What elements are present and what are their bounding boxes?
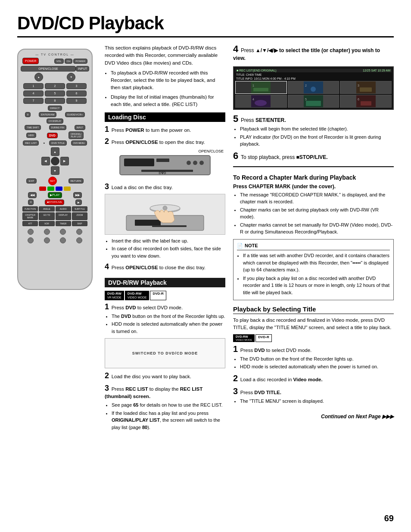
step-text-1: Press POWER to turn the power on. [112, 128, 191, 133]
svg-point-20 [311, 87, 316, 92]
yellow-btn[interactable] [64, 187, 71, 191]
exit-btn[interactable]: EXIT [26, 178, 36, 184]
power-tv-button[interactable]: POWER [73, 59, 87, 64]
red-btn[interactable] [39, 187, 46, 191]
num6[interactable]: 6 [66, 90, 87, 96]
ch-button[interactable]: CH [65, 59, 73, 64]
stillframe-btn[interactable]: II [28, 199, 34, 205]
vor-btn[interactable]: VOR [39, 221, 54, 226]
blue-btn[interactable] [56, 187, 62, 191]
dpad-left[interactable]: ◀ [41, 157, 50, 165]
circle5 [28, 237, 34, 243]
chapter-mark-btn[interactable]: CHAPTER MARK [22, 212, 38, 220]
dvdrw-bullet-2: HDD mode is selected automatically when … [112, 320, 225, 335]
svg-rect-10 [135, 220, 161, 226]
ch-dn-button[interactable]: ▼ [67, 73, 75, 81]
ch-up-button[interactable]: ▲ [34, 73, 43, 81]
mode-badges: DVD-RWVR MODE DVD-RWVIDEO MODE DVD-R [105, 291, 225, 300]
input-button[interactable]: INPUT [76, 66, 89, 72]
green-btn[interactable] [47, 187, 54, 191]
direct-button[interactable]: DIRECT [48, 106, 62, 111]
audio-btn[interactable]: AUDIO [56, 206, 71, 212]
num7[interactable]: 7 [23, 98, 44, 104]
chapter-bullet-3: Chapter marks cannot be set manually for… [240, 221, 394, 236]
right-step-text-6: To stop playback, press ■STOP/LIVE. [241, 154, 328, 160]
step5-bullet-2: PLAY indicator (for DVD) on the front of… [240, 134, 394, 148]
stop-live-btn[interactable]: ■STOP/LIVE [45, 199, 64, 205]
circle7 [60, 237, 66, 243]
dpad-up[interactable]: ▲ [51, 147, 59, 156]
guide-button[interactable]: GUIDE/VCR+ [65, 112, 85, 117]
num9[interactable]: 9 [66, 98, 87, 104]
rec-list-btn[interactable]: REC LIST [23, 140, 39, 146]
svg-text:3: 3 [358, 84, 359, 87]
slow-btn[interactable]: ▶ [75, 199, 82, 205]
right-step-text-5: Press SET/ENTER. [241, 117, 286, 123]
open-close-button[interactable]: OPEN/CLOSE [21, 66, 76, 72]
num-row2: 0 ENTER/AM GUIDE/VCR+ [21, 112, 89, 117]
function-btn[interactable]: FUNCTION [22, 206, 38, 212]
pb-step-text-1: Press DVD to select DVD mode. [240, 348, 312, 353]
svg-text:1: 1 [252, 84, 254, 87]
right-column: 4 Press ▲/▼/◀/▶ to select the title (or … [233, 44, 394, 434]
fwd-btn[interactable]: ▶▶ [73, 192, 82, 198]
dpad-enter[interactable] [51, 157, 59, 165]
go-to-btn[interactable]: GO TO [39, 212, 54, 220]
time-shift[interactable]: TIME SHIFT [25, 125, 41, 130]
num0[interactable]: 0 [25, 112, 31, 117]
rev-btn[interactable]: ◀◀ [28, 192, 37, 198]
zoom-btn[interactable]: ZOOM [72, 212, 87, 220]
right-step-6: 6 To stop playback, press ■STOP/LIVE. [233, 151, 394, 161]
input-func[interactable]: INPUT [75, 125, 85, 130]
right-step-4: 4 Press ▲/▼/◀/▶ to select the title (or … [233, 44, 394, 62]
dpad-down[interactable]: ▼ [51, 166, 59, 175]
enter-button[interactable]: ENTER/AM [39, 112, 56, 117]
return-btn[interactable]: RETURN [68, 178, 84, 184]
pb-step-text-3: Press DVD TITLE. [240, 390, 281, 395]
num3[interactable]: 3 [66, 83, 87, 89]
set-enter-btn[interactable]: SET [48, 177, 57, 185]
badge-video: DVD-RWVIDEO MODE [125, 291, 149, 300]
dvdrw-step-num-2: 2 [105, 372, 109, 380]
ch-display-btn[interactable]: CH DISPLAY [47, 118, 63, 124]
svg-point-26 [255, 100, 267, 106]
right-step-5: 5 Press SET/ENTER. Playback will begin f… [233, 114, 394, 148]
dvd-title-btn[interactable]: DVD TITLE [49, 140, 67, 146]
att-btn[interactable]: ATT [22, 221, 38, 226]
num5[interactable]: 5 [45, 90, 65, 96]
during-play[interactable]: DURING P.IN [49, 125, 66, 130]
num8[interactable]: 8 [45, 98, 65, 104]
num2[interactable]: 2 [45, 83, 65, 89]
step-text-3: Load a disc on the disc tray. [112, 185, 173, 190]
vol-button[interactable]: VOL [54, 59, 64, 64]
circle4 [76, 229, 82, 235]
svg-text:4: 4 [252, 98, 254, 101]
play-btn[interactable]: ▶PLAY [48, 192, 62, 198]
dvd-menu-btn[interactable]: DVD MENU [71, 140, 87, 146]
skip-btn[interactable]: SKIP [72, 221, 87, 226]
dvd-btn[interactable]: DVD [47, 133, 58, 138]
svg-rect-1 [124, 159, 154, 166]
dvdrw-step-text-1: Press DVD to select DVD mode. [112, 305, 183, 310]
color-buttons-row [21, 187, 89, 191]
hand-disc-svg [122, 196, 208, 233]
num1[interactable]: 1 [23, 83, 44, 89]
num4[interactable]: 4 [23, 90, 44, 96]
dpad-right[interactable]: ▶ [60, 157, 69, 165]
bullet-both-sides: In case of disc recorded on both sides, … [112, 245, 225, 259]
svg-point-6 [199, 161, 204, 165]
numpad: 1 2 3 4 5 6 7 8 9 [23, 83, 87, 104]
hdd-btn[interactable]: HDD [26, 133, 36, 138]
subtitle-btn[interactable]: SUBTITLE [72, 206, 87, 212]
power-button[interactable]: POWER [22, 58, 39, 64]
right-step-num-5: 5 [233, 114, 238, 124]
display-btn[interactable]: DISPLAY [56, 212, 71, 220]
timer-btn[interactable]: TIMER [56, 221, 71, 226]
switched-dvd-box: SWITCHED TO DVD/CD MODE [105, 338, 225, 368]
original-playlist[interactable]: ORIGINAL/PLAY LIST [68, 131, 84, 139]
angle-btn[interactable]: ANGLE [39, 206, 54, 212]
open-close-label: OPEN/CLOSE [105, 149, 225, 153]
circle6 [44, 237, 50, 243]
chapter-mark-bullets: The message "RECORDED CHAPTER MARK." is … [240, 191, 394, 236]
loading-step-3: 3 Load a disc on the disc tray. [105, 183, 225, 260]
